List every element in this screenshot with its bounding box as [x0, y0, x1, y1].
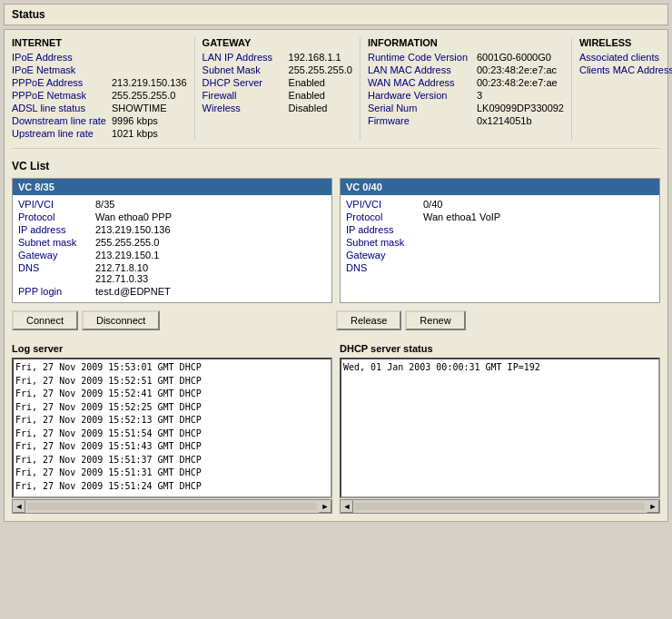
vc2-subnet-row: Subnet mask: [346, 237, 654, 248]
subnet-mask-label: Subnet Mask: [203, 64, 289, 75]
vc2-protocol-label: Protocol: [346, 211, 423, 222]
vc1-protocol-label: Protocol: [18, 211, 95, 222]
firmware-row: Firmware 0x1214051b: [368, 115, 564, 126]
information-section: INFORMATION Runtime Code Version 6001G0-…: [361, 37, 572, 141]
log-content: Fri, 27 Nov 2009 15:53:01 GMT DHCP Fri, …: [15, 361, 329, 493]
serial-value: LK09099DP330092: [477, 103, 564, 113]
upstream-value: 1021 kbps: [112, 128, 158, 139]
ipoe-address-label: IPoE Address: [12, 52, 112, 63]
firmware-value: 0x1214051b: [477, 115, 532, 126]
wan-mac-label: WAN MAC Address: [368, 77, 477, 88]
adsl-status-value: SHOWTIME: [112, 103, 167, 113]
vc1-buttons: Connect Disconnect: [12, 310, 336, 330]
vc1-subnet-label: Subnet mask: [18, 237, 95, 248]
log-scroll-left[interactable]: ◄: [13, 500, 25, 513]
ipoe-netmask-label: IPoE Netmask: [12, 64, 112, 75]
pppoe-address-row: PPPoE Address 213.219.150.136: [12, 77, 187, 88]
vc2-protocol-row: Protocol Wan ethoa1 VoIP: [346, 211, 654, 222]
vc1-vpivci-value: 8/35: [95, 199, 114, 210]
pppoe-address-value: 213.219.150.136: [112, 77, 187, 88]
vc1-dns-label: DNS: [18, 262, 95, 284]
wireless-header: WIRELESS: [579, 37, 672, 48]
dhcp-server-title: DHCP server status: [340, 343, 660, 354]
upstream-row: Upstream line rate 1021 kbps: [12, 128, 187, 139]
log-server-title: Log server: [12, 343, 332, 354]
runtime-value: 6001G0-6000G0: [477, 52, 551, 63]
dhcp-scrollable[interactable]: Wed, 01 Jan 2003 00:00:31 GMT IP=192: [340, 358, 660, 498]
lan-ip-row: LAN IP Address 192.168.1.1: [203, 52, 352, 63]
internet-section: INTERNET IPoE Address IPoE Netmask PPPoE…: [12, 37, 195, 141]
vc1-dns-value: 212.71.8.10 212.71.0.33: [95, 262, 148, 284]
lan-mac-value: 00:23:48:2e:e7:ac: [477, 64, 557, 75]
wan-mac-value: 00:23:48:2e:e7:ae: [477, 77, 558, 88]
assoc-clients-label: Associated clients: [579, 52, 672, 63]
adsl-status-row: ADSL line status SHOWTIME: [12, 103, 187, 113]
vc2-buttons: Release Renew: [336, 310, 660, 330]
vc2-vpivci-label: VPI/VCI: [346, 199, 423, 210]
vc1-subnet-value: 255.255.255.0: [95, 237, 159, 248]
vc2-box: VC 0/40 VPI/VCI 0/40 Protocol Wan ethoa1…: [340, 178, 660, 303]
subnet-mask-value: 255.255.255.0: [289, 64, 352, 75]
release-button[interactable]: Release: [336, 310, 401, 330]
vc1-box: VC 8/35 VPI/VCI 8/35 Protocol Wan ethoa0…: [12, 178, 332, 303]
firewall-label: Firewall: [203, 90, 289, 101]
vc-list-title: VC List: [12, 160, 660, 172]
vc1-dns-row: DNS 212.71.8.10 212.71.0.33: [18, 262, 326, 284]
vc2-dns-row: DNS: [346, 262, 654, 273]
vc1-vpivci-label: VPI/VCI: [18, 199, 95, 210]
vc1-header: VC 8/35: [13, 179, 331, 195]
log-scroll-right[interactable]: ►: [319, 500, 331, 513]
disconnect-button[interactable]: Disconnect: [82, 310, 160, 330]
bottom-grid: Log server Fri, 27 Nov 2009 15:53:01 GMT…: [12, 343, 660, 514]
renew-button[interactable]: Renew: [405, 310, 465, 330]
vc1-ppp-label: PPP login: [18, 286, 95, 297]
pppoe-netmask-label: PPPoE Netmask: [12, 90, 112, 101]
firewall-value: Enabled: [289, 90, 325, 101]
dhcp-scroll-right[interactable]: ►: [647, 500, 659, 513]
main-content: INTERNET IPoE Address IPoE Netmask PPPoE…: [4, 29, 668, 522]
information-header: INFORMATION: [368, 37, 564, 48]
vc1-gateway-value: 213.219.150.1: [95, 250, 159, 260]
vc1-subnet-row: Subnet mask 255.255.255.0: [18, 237, 326, 248]
wireless-value: Disabled: [289, 103, 328, 113]
vc1-ip-value: 213.219.150.136: [95, 224, 171, 235]
vc-grid: VC 8/35 VPI/VCI 8/35 Protocol Wan ethoa0…: [12, 178, 660, 303]
serial-row: Serial Num LK09099DP330092: [368, 103, 564, 113]
runtime-label: Runtime Code Version: [368, 52, 477, 63]
runtime-row: Runtime Code Version 6001G0-6000G0: [368, 52, 564, 63]
firewall-row: Firewall Enabled: [203, 90, 352, 101]
lan-mac-row: LAN MAC Address 00:23:48:2e:e7:ac: [368, 64, 564, 75]
serial-label: Serial Num: [368, 103, 477, 113]
downstream-label: Downstream line rate: [12, 115, 112, 126]
dhcp-scroll-left[interactable]: ◄: [341, 500, 353, 513]
vc2-vpivci-value: 0/40: [423, 199, 442, 210]
vc2-ip-row: IP address: [346, 224, 654, 235]
info-grid: INTERNET IPoE Address IPoE Netmask PPPoE…: [12, 37, 660, 149]
gateway-header: GATEWAY: [203, 37, 352, 48]
vc2-protocol-value: Wan ethoa1 VoIP: [423, 211, 500, 222]
vc1-gateway-label: Gateway: [18, 250, 95, 260]
vc1-body: VPI/VCI 8/35 Protocol Wan ethoa0 PPP IP …: [13, 195, 331, 302]
ipoe-netmask-row: IPoE Netmask: [12, 64, 187, 75]
vc1-ppp-row: PPP login test.d@EDPNET: [18, 286, 326, 297]
wireless-row: Wireless Disabled: [203, 103, 352, 113]
hardware-row: Hardware Version 3: [368, 90, 564, 101]
vc2-dns-label: DNS: [346, 262, 423, 273]
dhcp-server-label: DHCP Server: [203, 77, 289, 88]
log-scrollable[interactable]: Fri, 27 Nov 2009 15:53:01 GMT DHCP Fri, …: [12, 358, 332, 498]
vc2-body: VPI/VCI 0/40 Protocol Wan ethoa1 VoIP IP…: [341, 195, 659, 279]
log-hscroll: ◄ ►: [12, 499, 332, 514]
status-bar: Status: [4, 4, 668, 25]
dhcp-scroll-track: [355, 503, 645, 510]
vc2-vpivci-row: VPI/VCI 0/40: [346, 199, 654, 210]
main-wrapper: Status INTERNET IPoE Address IPoE Netmas…: [0, 0, 672, 526]
dhcp-hscroll: ◄ ►: [340, 499, 660, 514]
vc1-ip-label: IP address: [18, 224, 95, 235]
vc1-ip-row: IP address 213.219.150.136: [18, 224, 326, 235]
log-server-section: Log server Fri, 27 Nov 2009 15:53:01 GMT…: [12, 343, 332, 514]
lan-ip-label: LAN IP Address: [203, 52, 289, 63]
vc1-ppp-value: test.d@EDPNET: [95, 286, 171, 297]
connect-button[interactable]: Connect: [12, 310, 78, 330]
upstream-label: Upstream line rate: [12, 128, 112, 139]
hardware-value: 3: [477, 90, 482, 101]
